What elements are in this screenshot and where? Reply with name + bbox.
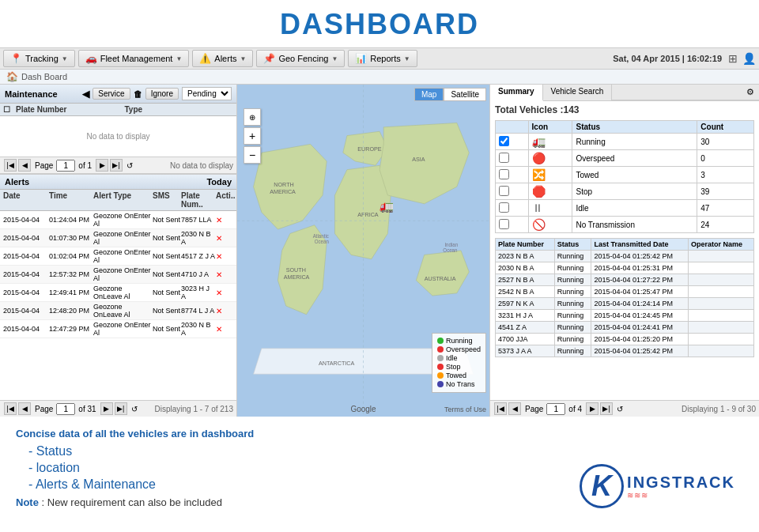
reports-icon: 📊 — [355, 53, 367, 64]
vehicle-status: Running — [554, 334, 591, 345]
delete-alert-btn[interactable]: ✕ — [216, 252, 233, 261]
alert-date: 2015-04-04 — [3, 307, 49, 315]
dashboard-title: DASHBOARD — [0, 0, 759, 47]
alert-time: 01:02:04 PM — [49, 252, 93, 260]
right-page-input[interactable] — [546, 403, 565, 415]
alerts-first-btn[interactable]: |◀ — [4, 402, 17, 415]
alert-type: Geozone OnEnter Al — [93, 212, 153, 228]
status-name: Overspeed — [572, 150, 697, 167]
alert-sms: Not Sent — [153, 270, 181, 278]
status-checkbox[interactable] — [499, 202, 509, 213]
right-refresh-icon[interactable]: ↺ — [617, 405, 623, 413]
alerts-refresh-icon[interactable]: ↺ — [131, 405, 138, 413]
vehicle-status: Running — [554, 298, 591, 310]
alert-sms: Not Sent — [153, 234, 181, 242]
alerts-title: Alerts — [5, 177, 29, 187]
delete-alert-btn[interactable]: ✕ — [216, 289, 233, 297]
vehicle-status: Running — [554, 274, 591, 286]
total-vehicles: Total Vehicles :143 — [495, 104, 754, 115]
delete-alert-btn[interactable]: ✕ — [216, 270, 233, 279]
refresh-icon[interactable]: ↺ — [126, 161, 133, 170]
status-select[interactable]: Pending Active Done — [182, 87, 232, 100]
ignore-button[interactable]: Ignore — [145, 88, 179, 100]
delete-alert-btn[interactable]: ✕ — [216, 216, 233, 224]
status-row: ⏸ Idle 47 — [496, 200, 754, 217]
back-icon[interactable]: ◀ — [82, 89, 89, 100]
alerts-prev-btn[interactable]: ◀ — [18, 402, 31, 415]
vehicle-date: 2015-04-04 01:25:42 PM — [591, 345, 689, 357]
delete-alert-btn[interactable]: ✕ — [216, 325, 233, 334]
grid-icon[interactable]: ⊞ — [728, 52, 738, 65]
alerts-section-header: Alerts Today — [0, 173, 236, 190]
alert-sms: Not Sent — [153, 325, 181, 333]
service-button[interactable]: Service — [93, 88, 130, 100]
right-last-btn[interactable]: ▶| — [600, 402, 613, 415]
status-row: 🔀 Towed 3 — [496, 167, 754, 183]
vehicle-operator — [689, 262, 754, 274]
alert-sms: Not Sent — [153, 289, 181, 296]
alert-time: 12:49:41 PM — [49, 289, 93, 296]
right-first-btn[interactable]: |◀ — [494, 402, 507, 415]
alert-type: Geozone OnLeave Al — [93, 303, 153, 319]
legend-dot — [437, 364, 444, 370]
note-label: Note — [16, 496, 39, 508]
delete-alert-btn[interactable]: ✕ — [216, 307, 233, 315]
status-row: 🚛 Running 30 — [496, 134, 754, 150]
status-name: Stop — [572, 183, 697, 200]
top-nav: 📍 Tracking ▼ 🚗 Fleet Management ▼ ⚠️ Ale… — [0, 47, 759, 70]
legend-item: Running — [437, 337, 481, 345]
status-checkbox[interactable] — [499, 153, 509, 163]
user-icon[interactable]: 👤 — [742, 52, 756, 65]
right-next-btn[interactable]: ▶ — [586, 402, 599, 415]
alerts-page-input[interactable] — [56, 403, 75, 415]
status-checkbox[interactable] — [499, 136, 509, 146]
map-container[interactable]: Map Satellite — [237, 85, 490, 417]
alert-sms: Not Sent — [153, 252, 181, 260]
status-checkbox[interactable] — [499, 186, 509, 196]
nav-alerts-label: Alerts — [214, 54, 236, 63]
breadcrumb-text: Dash Board — [21, 72, 67, 81]
alert-type: Geozone OnEnter Al — [93, 266, 153, 282]
zoom-in-btn[interactable]: + — [244, 127, 261, 145]
status-count: 24 — [697, 217, 754, 233]
legend-dot — [437, 381, 444, 387]
summary-settings-icon[interactable]: ⚙ — [742, 85, 759, 100]
alert-row: 2015-04-04 12:57:32 PM Geozone OnEnter A… — [0, 266, 236, 284]
status-row: 🚫 No Transmission 24 — [496, 217, 754, 233]
vehicle-search-tab[interactable]: Vehicle Search — [543, 85, 613, 100]
datetime-display: Sat, 04 Apr 2015 | 16:02:19 — [613, 54, 722, 63]
delete-alert-btn[interactable]: ✕ — [216, 234, 233, 243]
status-checkbox[interactable] — [499, 169, 509, 179]
summary-tab[interactable]: Summary — [490, 85, 543, 101]
satellite-tab[interactable]: Satellite — [444, 88, 486, 101]
zoom-out-btn[interactable]: − — [244, 146, 261, 164]
map-nav-btn[interactable]: ⊕ — [244, 108, 261, 126]
svg-text:Indian: Indian — [444, 241, 458, 247]
right-panel: Summary Vehicle Search ⚙ Total Vehicles … — [490, 85, 759, 417]
nav-tracking[interactable]: 📍 Tracking ▼ — [3, 50, 75, 67]
summary-tabs: Summary Vehicle Search ⚙ — [490, 85, 759, 101]
nav-reports[interactable]: 📊 Reports ▼ — [348, 50, 417, 67]
last-page-btn[interactable]: ▶| — [110, 159, 123, 172]
next-page-btn[interactable]: ▶ — [96, 159, 108, 172]
right-page-of: of 4 — [568, 405, 582, 413]
nav-fleet[interactable]: 🚗 Fleet Management ▼ — [78, 50, 190, 67]
prev-page-btn[interactable]: ◀ — [18, 159, 31, 172]
page-input[interactable] — [56, 160, 75, 172]
kingstrack-logo: K INGSTRACK ≋≋≋ — [580, 464, 735, 508]
map-tab[interactable]: Map — [414, 88, 444, 101]
alert-row: 2015-04-04 01:07:30 PM Geozone OnEnter A… — [0, 229, 236, 247]
status-checkbox[interactable] — [499, 219, 509, 229]
alerts-pagination: |◀ ◀ Page of 31 ▶ ▶| ↺ Displaying 1 - 7 … — [0, 400, 236, 417]
first-page-btn[interactable]: |◀ — [4, 159, 17, 172]
svg-text:AUSTRALIA: AUSTRALIA — [425, 275, 456, 282]
alert-date: 2015-04-04 — [3, 289, 49, 296]
alerts-last-btn[interactable]: ▶| — [115, 402, 127, 415]
alert-row: 2015-04-04 12:47:29 PM Geozone OnEnter A… — [0, 320, 236, 338]
nav-geofencing[interactable]: 📌 Geo Fencing ▼ — [256, 50, 345, 67]
alerts-next-btn[interactable]: ▶ — [100, 402, 113, 415]
action-col-header: Acti.. — [216, 191, 233, 209]
right-prev-btn[interactable]: ◀ — [508, 402, 521, 415]
nav-alerts[interactable]: ⚠️ Alerts ▼ — [192, 50, 253, 67]
svg-text:AMERICA: AMERICA — [270, 188, 296, 195]
